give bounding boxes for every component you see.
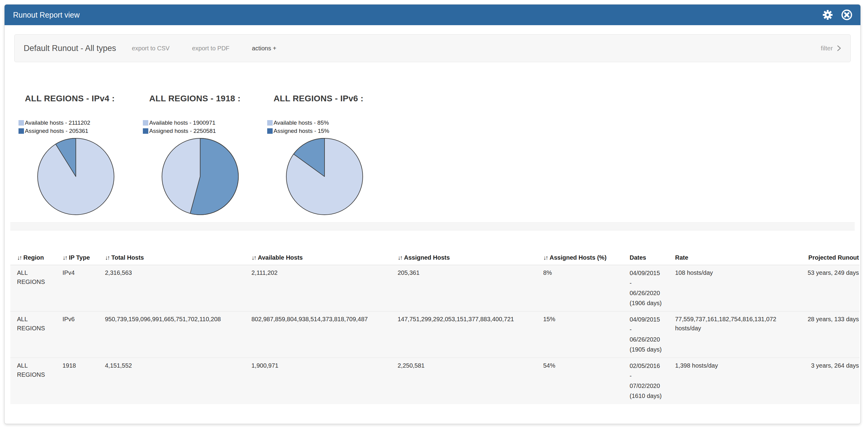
legend-label-available: Available hosts - 2111202 bbox=[25, 120, 90, 126]
sort-arrows-icon[interactable]: ↓↑ bbox=[543, 254, 548, 261]
window-titlebar: Runout Report view bbox=[5, 5, 860, 25]
date-line: 02/05/2016 bbox=[630, 361, 669, 371]
titlebar-icons bbox=[822, 9, 852, 21]
sort-arrows-icon[interactable]: ↓↑ bbox=[17, 254, 21, 261]
legend-item-available: Available hosts - 2111202 bbox=[19, 119, 143, 127]
cell-dates: 04/09/2015-06/26/2020(1906 days) bbox=[623, 265, 669, 312]
column-label: Assigned Hosts bbox=[404, 254, 450, 261]
actions-menu-button[interactable]: actions + bbox=[252, 45, 277, 52]
table-row: ALL REGIONS IPv4 2,316,563 2,111,202 205… bbox=[10, 265, 860, 312]
date-line: (1610 days) bbox=[630, 391, 669, 401]
gear-icon[interactable] bbox=[822, 9, 833, 20]
filter-label: filter bbox=[821, 44, 833, 52]
pie-charts-row: ALL REGIONS - IPv4 : Available hosts - 2… bbox=[5, 62, 860, 216]
pie-chart-block: ALL REGIONS - IPv4 : Available hosts - 2… bbox=[19, 94, 143, 216]
column-header-region[interactable]: ↓↑Region bbox=[10, 246, 56, 265]
cell-available-hosts: 2,111,202 bbox=[245, 265, 391, 312]
runout-report-window: Runout Report view bbox=[4, 4, 861, 424]
chart-legend: Available hosts - 1900971 Assigned hosts… bbox=[143, 119, 267, 135]
date-line: 06/26/2020 bbox=[630, 288, 669, 298]
export-to-csv-button[interactable]: export to CSV bbox=[132, 45, 170, 52]
legend-label-assigned: Assigned hosts - 2250581 bbox=[149, 128, 216, 134]
pie-chart-block: ALL REGIONS - 1918 : Available hosts - 1… bbox=[143, 94, 267, 216]
legend-label-available: Available hosts - 85% bbox=[274, 120, 329, 126]
close-circle-x-icon[interactable] bbox=[841, 9, 852, 21]
date-line: 04/09/2015 bbox=[630, 268, 669, 278]
legend-swatch-available-icon bbox=[267, 120, 273, 126]
cell-region: ALL REGIONS bbox=[10, 312, 56, 358]
legend-item-assigned: Assigned hosts - 205361 bbox=[19, 127, 143, 135]
cell-assigned-hosts: 147,751,299,292,053,151,377,883,400,721 bbox=[391, 312, 536, 358]
sort-arrows-icon[interactable]: ↓↑ bbox=[251, 254, 256, 261]
cell-projected-runout: 53 years, 249 days bbox=[797, 265, 860, 312]
cell-assigned-hosts: 2,250,581 bbox=[391, 358, 536, 404]
column-label: Region bbox=[23, 254, 44, 261]
cell-total-hosts: 2,316,563 bbox=[98, 265, 245, 312]
column-header-rate: Rate bbox=[669, 246, 797, 265]
legend-item-available: Available hosts - 85% bbox=[267, 119, 392, 127]
cell-rate: 1,398 hosts/day bbox=[669, 358, 797, 404]
legend-item-available: Available hosts - 1900971 bbox=[143, 119, 267, 127]
date-line: 06/26/2020 bbox=[630, 335, 669, 345]
legend-swatch-assigned-icon bbox=[19, 128, 24, 134]
table-row: ALL REGIONS 1918 4,151,552 1,900,971 2,2… bbox=[10, 358, 860, 404]
cell-projected-runout: 3 years, 264 days bbox=[797, 358, 860, 404]
cell-total-hosts: 950,739,159,096,991,665,751,702,110,208 bbox=[98, 312, 245, 358]
date-line: (1906 days) bbox=[630, 298, 669, 308]
cell-dates: 04/09/2015-06/26/2020(1905 days) bbox=[623, 312, 669, 358]
column-label: Total Hosts bbox=[111, 254, 144, 261]
cell-region: ALL REGIONS bbox=[10, 358, 56, 404]
window-title: Runout Report view bbox=[13, 11, 80, 20]
column-header-ip-type[interactable]: ↓↑IP Type bbox=[56, 246, 98, 265]
cell-total-hosts: 4,151,552 bbox=[98, 358, 245, 404]
date-line: - bbox=[630, 278, 669, 288]
chevron-right-icon bbox=[837, 44, 841, 52]
cell-region: ALL REGIONS bbox=[10, 265, 56, 312]
cell-assigned-hosts: 205,361 bbox=[391, 265, 536, 312]
pie-chart-block: ALL REGIONS - IPv6 : Available hosts - 8… bbox=[267, 94, 392, 216]
date-line: 07/02/2020 bbox=[630, 381, 669, 391]
sort-arrows-icon[interactable]: ↓↑ bbox=[62, 254, 67, 261]
cell-available-hosts: 802,987,859,804,938,514,373,818,709,487 bbox=[245, 312, 391, 358]
report-toolbar: Default Runout - All types export to CSV… bbox=[14, 34, 851, 62]
legend-label-assigned: Assigned hosts - 15% bbox=[274, 128, 329, 134]
column-label: Assigned Hosts (%) bbox=[550, 254, 607, 261]
cell-projected-runout: 28 years, 133 days bbox=[797, 312, 860, 358]
cell-ip-type: 1918 bbox=[56, 358, 98, 404]
sort-arrows-icon[interactable]: ↓↑ bbox=[105, 254, 109, 261]
column-label: Available Hosts bbox=[258, 254, 303, 261]
cell-assigned-pct: 8% bbox=[536, 265, 623, 312]
column-header-projected-runout: Projected Runout bbox=[797, 246, 860, 265]
legend-label-assigned: Assigned hosts - 205361 bbox=[25, 128, 88, 134]
column-header-assigned-hosts[interactable]: ↓↑Assigned Hosts bbox=[391, 246, 536, 265]
chart-title: ALL REGIONS - IPv6 : bbox=[274, 94, 392, 103]
column-label: Dates bbox=[630, 254, 646, 261]
chart-legend: Available hosts - 85% Assigned hosts - 1… bbox=[267, 119, 392, 135]
cell-assigned-pct: 15% bbox=[536, 312, 623, 358]
cell-assigned-pct: 54% bbox=[536, 358, 623, 404]
sort-arrows-icon[interactable]: ↓↑ bbox=[398, 254, 402, 261]
column-header-assigned-hosts[interactable]: ↓↑Assigned Hosts (%) bbox=[536, 246, 623, 265]
chart-title: ALL REGIONS - 1918 : bbox=[149, 94, 267, 103]
column-header-dates: Dates bbox=[623, 246, 669, 265]
chart-title: ALL REGIONS - IPv4 : bbox=[25, 94, 143, 103]
legend-item-assigned: Assigned hosts - 15% bbox=[267, 127, 392, 135]
legend-label-available: Available hosts - 1900971 bbox=[149, 120, 215, 126]
cell-ip-type: IPv4 bbox=[56, 265, 98, 312]
legend-swatch-assigned-icon bbox=[267, 128, 273, 134]
column-label: IP Type bbox=[69, 254, 90, 261]
pie-chart bbox=[285, 137, 364, 216]
legend-swatch-available-icon bbox=[19, 120, 24, 126]
cell-available-hosts: 1,900,971 bbox=[245, 358, 391, 404]
chart-legend: Available hosts - 2111202 Assigned hosts… bbox=[19, 119, 143, 135]
export-to-pdf-button[interactable]: export to PDF bbox=[192, 45, 229, 52]
pie-chart bbox=[161, 137, 239, 216]
table-header-row: ↓↑Region↓↑IP Type↓↑Total Hosts↓↑Availabl… bbox=[10, 246, 860, 265]
filter-toggle[interactable]: filter bbox=[821, 44, 841, 52]
date-line: 04/09/2015 bbox=[630, 315, 669, 324]
report-title: Default Runout - All types bbox=[24, 44, 116, 53]
column-header-available-hosts[interactable]: ↓↑Available Hosts bbox=[245, 246, 391, 265]
cell-rate: 108 hosts/day bbox=[669, 265, 797, 312]
column-header-total-hosts[interactable]: ↓↑Total Hosts bbox=[98, 246, 245, 265]
legend-swatch-available-icon bbox=[143, 120, 148, 126]
